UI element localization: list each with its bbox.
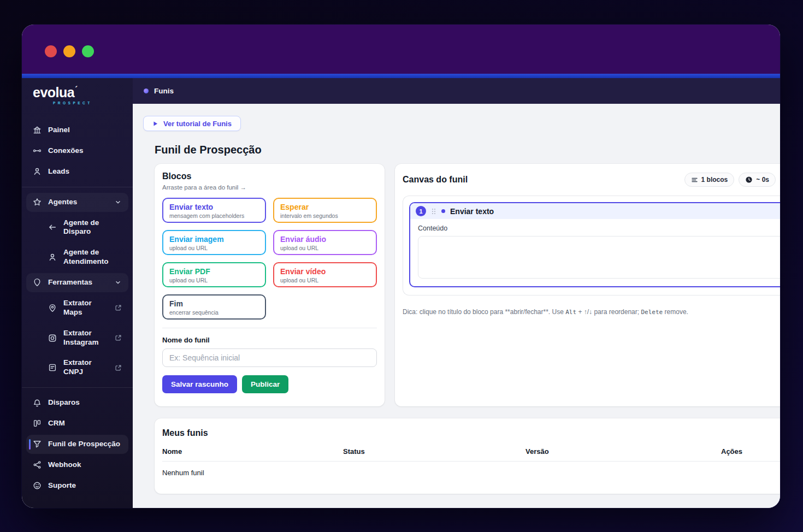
- sidebar-item-leads[interactable]: Leads: [26, 162, 128, 181]
- canvas-hint: Dica: clique no título do bloco para **a…: [403, 308, 780, 316]
- canvas-block-header[interactable]: 1 Enviar texto: [410, 203, 780, 219]
- my-funnels-title: Meus funis: [162, 428, 780, 438]
- sidebar-item-suporte[interactable]: Suporte: [26, 476, 128, 495]
- chevron-down-icon: [114, 279, 122, 286]
- canvas-panel-title: Canvas do funil: [403, 175, 468, 185]
- sidebar-item-label: Extrator Instagram: [63, 329, 108, 347]
- close-icon[interactable]: [45, 45, 57, 57]
- block-subtitle: upload ou URL: [169, 245, 259, 251]
- block-title: Esperar: [280, 203, 370, 211]
- sidebar-item-label: Painel: [48, 126, 70, 135]
- column-header-acoes: Ações: [721, 447, 780, 456]
- duration-label: ~ 0s: [756, 176, 769, 184]
- funnel-icon: [33, 440, 42, 448]
- sidebar-item-label: Agente de Disparo: [63, 218, 122, 237]
- alt-key-label: Alt: [565, 309, 576, 316]
- blocks-panel: Blocos Arraste para a área do funil → En…: [155, 164, 385, 406]
- content-label: Conteúdo: [418, 224, 780, 232]
- funnel-name-label: Nome do funil: [162, 336, 377, 344]
- sidebar-item-extrator-cnpj[interactable]: Extrator CNPJ: [26, 353, 128, 382]
- blocks-panel-hint: Arraste para a área do funil →: [162, 184, 377, 191]
- canvas-dropzone[interactable]: 1 Enviar texto Conteúdo: [403, 196, 780, 295]
- block-enviar-video[interactable]: Enviar vídeo upload ou URL: [273, 262, 377, 287]
- zoom-icon[interactable]: [82, 45, 94, 57]
- table-header-row: Nome Status Versão Ações: [162, 447, 780, 462]
- sidebar-item-painel[interactable]: Painel: [26, 121, 128, 140]
- sidebar-item-label: Extrator CNPJ: [63, 358, 108, 377]
- sidebar-item-label: Funil de Prospecção: [48, 440, 120, 449]
- smile-icon: [33, 481, 42, 490]
- tutorial-button-label: Ver tutorial de Funis: [163, 120, 232, 128]
- sidebar-item-webhook[interactable]: Webhook: [26, 456, 128, 475]
- bell-icon: [33, 399, 42, 407]
- play-icon: [152, 121, 158, 127]
- column-header-nome: Nome: [162, 447, 343, 456]
- my-funnels-panel: Meus funis Nome Status Versão Ações Nenh…: [155, 418, 780, 494]
- topbar: Funis: [133, 78, 780, 104]
- content-textarea[interactable]: [418, 236, 780, 279]
- sidebar-item-conexoes[interactable]: Conexões: [26, 141, 128, 161]
- logo-text: evolua: [33, 85, 74, 100]
- map-pin-icon: [48, 304, 57, 312]
- active-indicator: [29, 439, 31, 450]
- sidebar-item-label: Agente de Atendimento: [63, 248, 116, 267]
- block-enviar-imagem[interactable]: Enviar imagem upload ou URL: [162, 230, 266, 255]
- external-link-icon: [115, 304, 122, 311]
- save-draft-button[interactable]: Salvar rascunho: [162, 375, 237, 393]
- logo-accent: ´: [75, 85, 78, 94]
- tutorial-button[interactable]: Ver tutorial de Funis: [143, 116, 241, 131]
- block-title: Enviar PDF: [169, 267, 259, 276]
- empty-table-message: Nenhum funil: [162, 462, 780, 484]
- block-enviar-texto[interactable]: Enviar texto mensagem com placeholders: [162, 198, 266, 223]
- block-esperar[interactable]: Esperar intervalo em segundos: [273, 198, 377, 223]
- sidebar-divider: [22, 187, 133, 187]
- breadcrumb: Funis: [154, 87, 174, 95]
- block-title: Enviar imagem: [169, 235, 259, 244]
- block-subtitle: mensagem com placeholders: [169, 212, 259, 219]
- sidebar-item-disparos[interactable]: Disparos: [26, 393, 128, 412]
- column-header-status: Status: [343, 447, 526, 456]
- sidebar-item-label: Extrator Maps: [63, 299, 108, 317]
- block-title: Enviar áudio: [280, 235, 370, 244]
- delete-key-label: Delete: [641, 309, 663, 316]
- titlebar: [22, 25, 780, 74]
- block-subtitle: upload ou URL: [280, 245, 370, 251]
- funnel-name-input[interactable]: [162, 348, 377, 367]
- sidebar-item-agente-de-disparo[interactable]: Agente de Disparo: [26, 214, 128, 242]
- sidebar-item-label: Webhook: [48, 460, 81, 470]
- block-title: Fim: [169, 299, 259, 308]
- block-subtitle: intervalo em segundos: [280, 212, 370, 219]
- external-link-icon: [115, 334, 122, 341]
- map-pin-icon: [33, 278, 42, 287]
- sidebar-item-extrator-maps[interactable]: Extrator Maps: [26, 294, 128, 322]
- publish-button[interactable]: Publicar: [242, 375, 288, 393]
- link-icon: [33, 146, 42, 155]
- sidebar-item-agente-de-atendimento[interactable]: Agente de Atendimento: [26, 243, 128, 271]
- blocks-grid: Enviar texto mensagem com placeholders E…: [162, 198, 377, 320]
- sidebar-nav: Painel Conexões Leads Agentes: [22, 110, 133, 508]
- sidebar-item-label: Conexões: [48, 146, 84, 156]
- drag-handle-icon[interactable]: [431, 208, 436, 215]
- sidebar-group-agentes[interactable]: Agentes: [26, 193, 128, 212]
- column-header-versao: Versão: [526, 447, 721, 456]
- list-icon: [691, 176, 698, 184]
- block-subtitle: encerrar sequência: [169, 309, 259, 316]
- block-fim[interactable]: Fim encerrar sequência: [162, 294, 266, 320]
- canvas-block-enviar-texto: 1 Enviar texto Conteúdo: [409, 202, 780, 287]
- sidebar-item-label: Disparos: [48, 398, 80, 407]
- sidebar-group-ferramentas[interactable]: Ferramentas: [26, 273, 128, 292]
- app-window: evolua´ PROSPECT Painel Conexões Leads: [22, 25, 780, 508]
- canvas-panel: Canvas do funil 1 blocos ~ 0s: [395, 164, 780, 406]
- block-type-dot-icon: [441, 209, 445, 213]
- sidebar-item-funil-de-prospeccao[interactable]: Funil de Prospecção: [26, 435, 128, 454]
- minimize-icon[interactable]: [63, 45, 75, 57]
- duration-badge: ~ 0s: [739, 173, 776, 187]
- block-enviar-pdf[interactable]: Enviar PDF upload ou URL: [162, 262, 266, 287]
- sidebar-item-extrator-instagram[interactable]: Extrator Instagram: [26, 324, 128, 352]
- block-enviar-audio[interactable]: Enviar áudio upload ou URL: [273, 230, 377, 255]
- accent-strip: [22, 74, 780, 78]
- sidebar-item-crm[interactable]: CRM: [26, 414, 128, 433]
- block-subtitle: upload ou URL: [280, 277, 370, 283]
- blocks-count-label: 1 blocos: [701, 176, 728, 184]
- landmark-icon: [33, 126, 42, 134]
